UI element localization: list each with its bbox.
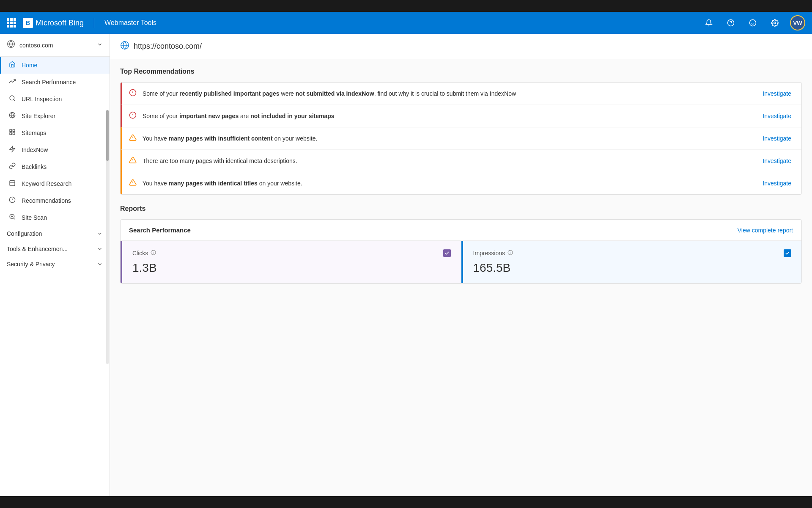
- svg-point-5: [774, 22, 776, 24]
- header-divider: [94, 18, 94, 28]
- main-layout: contoso.com Home: [0, 34, 812, 496]
- view-complete-report-button[interactable]: View complete report: [738, 227, 793, 234]
- url-inspection-icon: [8, 95, 16, 103]
- apps-grid-icon[interactable]: [7, 18, 16, 28]
- avatar[interactable]: VW: [790, 15, 805, 30]
- sidebar-item-label-keyword-research: Keyword Research: [22, 180, 71, 187]
- svg-marker-16: [10, 146, 15, 152]
- svg-point-8: [10, 96, 14, 100]
- sidebar-scrollbar-track[interactable]: [106, 110, 109, 364]
- svg-rect-15: [10, 133, 12, 135]
- notification-icon[interactable]: [702, 16, 716, 30]
- tools-enhancement-label: Tools & Enhancemen...: [7, 246, 68, 252]
- emoji-icon[interactable]: [746, 16, 760, 30]
- site-selector[interactable]: contoso.com: [0, 34, 110, 57]
- investigate-btn-1[interactable]: Investigate: [759, 88, 795, 99]
- help-icon[interactable]: [724, 16, 738, 30]
- sidebar-item-label-url-inspection: URL Inspection: [22, 96, 62, 102]
- sidebar-item-label-search-performance: Search Performance: [22, 79, 76, 86]
- metrics-row: Clicks: [121, 241, 801, 283]
- investigate-btn-4[interactable]: Investigate: [759, 156, 795, 166]
- site-explorer-icon: [8, 112, 16, 120]
- sidebar-section-configuration[interactable]: Configuration: [0, 226, 110, 241]
- svg-line-9: [14, 99, 15, 101]
- metric-card-impressions: Impressions: [461, 241, 802, 283]
- sidebar-item-url-inspection[interactable]: URL Inspection: [0, 91, 110, 108]
- configuration-label: Configuration: [7, 230, 42, 237]
- rec-text-1: Some of your recently published importan…: [143, 89, 753, 98]
- rec-item-meta: There are too many pages with identical …: [121, 150, 801, 172]
- sidebar: contoso.com Home: [0, 34, 110, 496]
- rec-error-icon-1: [129, 89, 137, 99]
- clicks-checkbox[interactable]: [443, 249, 451, 257]
- header-title: Webmaster Tools: [104, 19, 156, 27]
- sidebar-item-label-site-scan: Site Scan: [22, 214, 47, 221]
- clicks-info-icon[interactable]: [151, 250, 156, 257]
- url-globe-icon: [120, 41, 129, 52]
- keyword-research-icon: [8, 179, 16, 188]
- sidebar-item-label-indexnow: IndexNow: [22, 146, 48, 153]
- site-globe-icon: [7, 40, 15, 50]
- sidebar-section-security-privacy[interactable]: Security & Privacy: [0, 257, 110, 272]
- rec-item-content: You have many pages with insufficient co…: [121, 127, 801, 150]
- sidebar-item-recommendations[interactable]: Recommendations: [0, 192, 110, 209]
- security-chevron-icon: [97, 261, 103, 267]
- sidebar-item-backlinks[interactable]: Backlinks: [0, 158, 110, 175]
- investigate-btn-2[interactable]: Investigate: [759, 111, 795, 121]
- sidebar-section-tools-enhancement[interactable]: Tools & Enhancemen...: [0, 241, 110, 257]
- sidebar-item-sitemaps[interactable]: Sitemaps: [0, 124, 110, 141]
- header-left: B Microsoft Bing Webmaster Tools: [7, 18, 702, 28]
- sidebar-item-site-scan[interactable]: Site Scan: [0, 209, 110, 226]
- bing-b-icon: B: [23, 18, 33, 28]
- sidebar-item-site-explorer[interactable]: Site Explorer: [0, 108, 110, 124]
- bing-name: Microsoft Bing: [36, 19, 84, 28]
- svg-rect-12: [10, 130, 12, 132]
- sidebar-item-indexnow[interactable]: IndexNow: [0, 141, 110, 158]
- site-scan-icon: [8, 213, 16, 222]
- recommendations-card: Some of your recently published importan…: [120, 82, 802, 195]
- investigate-btn-3[interactable]: Investigate: [759, 133, 795, 144]
- settings-icon[interactable]: [768, 16, 782, 30]
- impressions-label-row: Impressions: [473, 250, 513, 257]
- bing-logo: B Microsoft Bing: [23, 18, 84, 28]
- rec-warning-icon-2: [129, 156, 137, 166]
- investigate-btn-5[interactable]: Investigate: [759, 178, 795, 188]
- clicks-label-row: Clicks: [132, 250, 156, 257]
- svg-rect-13: [13, 130, 15, 132]
- rec-text-3: You have many pages with insufficient co…: [143, 134, 753, 143]
- site-name: contoso.com: [19, 42, 93, 49]
- sidebar-item-label-sitemaps: Sitemaps: [22, 130, 46, 136]
- svg-point-2: [750, 20, 756, 26]
- sidebar-item-keyword-research[interactable]: Keyword Research: [0, 175, 110, 192]
- sidebar-item-home[interactable]: Home: [0, 57, 110, 74]
- sitemaps-icon: [8, 129, 16, 137]
- rec-item-indexnow: Some of your recently published importan…: [121, 83, 801, 105]
- url-bar: https://contoso.com/: [110, 34, 812, 59]
- sidebar-item-search-performance[interactable]: Search Performance: [0, 74, 110, 91]
- impressions-checkbox[interactable]: [784, 249, 791, 257]
- backlinks-icon: [8, 163, 16, 171]
- clicks-name: Clicks: [132, 250, 148, 257]
- rec-error-icon-2: [129, 111, 137, 121]
- sidebar-item-label-backlinks: Backlinks: [22, 163, 47, 170]
- reports-card: Search Performance View complete report …: [120, 219, 802, 284]
- rec-item-sitemaps: Some of your important new pages are not…: [121, 105, 801, 127]
- search-performance-icon: [8, 78, 16, 86]
- rec-warning-icon-1: [129, 134, 137, 144]
- top-black-bar: [0, 0, 812, 12]
- recommendations-icon: [8, 196, 16, 205]
- reports-title: Reports: [120, 205, 802, 213]
- tools-chevron-icon: [97, 246, 103, 252]
- impressions-value: 165.5B: [473, 261, 792, 275]
- metric-card-clicks: Clicks: [121, 241, 461, 283]
- rec-warning-icon-3: [129, 179, 137, 188]
- sidebar-scrollbar-thumb[interactable]: [106, 110, 109, 161]
- sidebar-item-label-recommendations: Recommendations: [22, 197, 71, 204]
- svg-rect-14: [13, 133, 15, 135]
- home-icon: [8, 61, 16, 69]
- rec-text-2: Some of your important new pages are not…: [143, 112, 753, 121]
- security-privacy-label: Security & Privacy: [7, 261, 55, 268]
- impressions-info-icon[interactable]: [508, 250, 513, 257]
- header-right: VW: [702, 15, 805, 30]
- app-header: B Microsoft Bing Webmaster Tools: [0, 12, 812, 34]
